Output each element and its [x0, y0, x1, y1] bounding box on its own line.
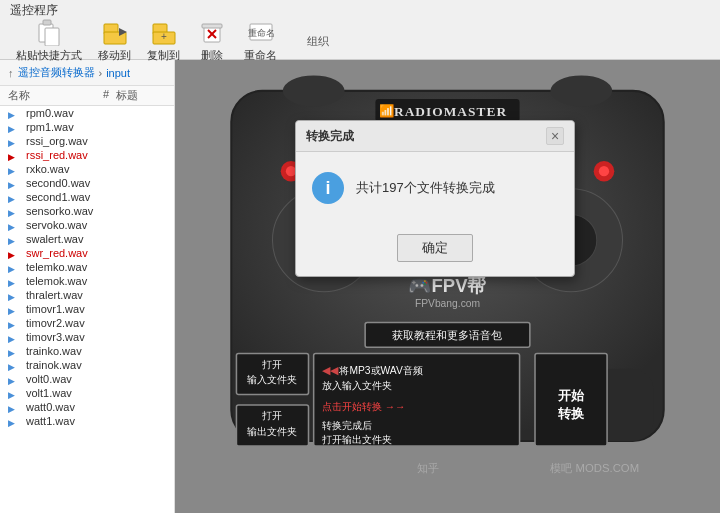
list-item[interactable]: trainko.wav: [0, 344, 174, 358]
list-item[interactable]: rpm0.wav: [0, 106, 174, 120]
file-name: volt0.wav: [26, 373, 72, 385]
list-item[interactable]: watt0.wav: [0, 400, 174, 414]
file-icon: [8, 192, 22, 202]
list-item[interactable]: trainok.wav: [0, 358, 174, 372]
list-item[interactable]: telemok.wav: [0, 274, 174, 288]
file-name: watt1.wav: [26, 415, 75, 427]
list-item[interactable]: servoko.wav: [0, 218, 174, 232]
svg-text:◀◀: ◀◀: [322, 364, 339, 376]
file-name: swalert.wav: [26, 233, 83, 245]
list-item[interactable]: telemko.wav: [0, 260, 174, 274]
svg-text:转换完成后: 转换完成后: [322, 420, 372, 431]
svg-rect-12: [202, 24, 222, 28]
file-list[interactable]: rpm0.wavrpm1.wavrssi_org.wavrssi_red.wav…: [0, 106, 174, 513]
conversion-complete-dialog: 转换完成 × i 共计197个文件转换完成 确定: [295, 120, 575, 277]
file-icon: [8, 164, 22, 174]
svg-text:知乎: 知乎: [417, 462, 439, 474]
radio-panel: 📶 RADIOMASTER ⏻: [175, 60, 720, 513]
file-name: timovr3.wav: [26, 331, 85, 343]
rename-icon: 重命名: [245, 16, 277, 48]
file-icon: [8, 108, 22, 118]
file-name: timovr1.wav: [26, 303, 85, 315]
file-icon: [8, 248, 22, 258]
file-name: telemko.wav: [26, 261, 87, 273]
toolbar-actions: 粘贴快捷方式 移动到 + 复制到: [10, 14, 329, 65]
list-item[interactable]: second1.wav: [0, 190, 174, 204]
dialog-ok-button[interactable]: 确定: [397, 234, 473, 262]
file-icon: [8, 332, 22, 342]
file-icon: [8, 234, 22, 244]
svg-rect-2: [45, 28, 59, 46]
col-title-header: 标题: [116, 88, 166, 103]
file-icon: [8, 136, 22, 146]
file-icon: [8, 290, 22, 300]
file-icon: [8, 388, 22, 398]
list-item[interactable]: swalert.wav: [0, 232, 174, 246]
file-icon: [8, 402, 22, 412]
svg-rect-1: [43, 20, 51, 25]
file-name: timovr2.wav: [26, 317, 85, 329]
svg-text:放入输入文件夹: 放入输入文件夹: [322, 380, 392, 391]
svg-point-16: [283, 75, 345, 106]
file-name: swr_red.wav: [26, 247, 88, 259]
file-name: volt1.wav: [26, 387, 72, 399]
col-hash-header: #: [96, 88, 116, 103]
move-label: 移动到: [98, 48, 131, 63]
breadcrumb-part-1[interactable]: 遥控音频转换器: [18, 65, 95, 80]
list-item[interactable]: rssi_org.wav: [0, 134, 174, 148]
list-item[interactable]: timovr2.wav: [0, 316, 174, 330]
dialog-info-icon: i: [312, 172, 344, 204]
svg-text:将MP3或WAV音频: 将MP3或WAV音频: [338, 365, 422, 376]
list-item[interactable]: timovr3.wav: [0, 330, 174, 344]
file-icon: [8, 304, 22, 314]
toolbar: 遥控程序 粘贴快捷方式 移动到: [0, 0, 720, 60]
main-content: ↑ 遥控音频转换器 › input 名称 # 标题 rpm0.wavrpm1.w…: [0, 60, 720, 513]
svg-text:转换: 转换: [557, 406, 585, 421]
svg-text:📶: 📶: [379, 103, 395, 119]
copy-icon: +: [148, 16, 180, 48]
svg-text:打开输出文件夹: 打开输出文件夹: [321, 434, 392, 445]
dialog-close-button[interactable]: ×: [546, 127, 564, 145]
paste-icon: [33, 16, 65, 48]
svg-text:FPVbang.com: FPVbang.com: [415, 298, 480, 309]
svg-text:模吧 MODS.COM: 模吧 MODS.COM: [550, 462, 639, 474]
breadcrumb-part-2[interactable]: input: [106, 67, 130, 79]
list-item[interactable]: rxko.wav: [0, 162, 174, 176]
file-icon: [8, 220, 22, 230]
list-item[interactable]: rpm1.wav: [0, 120, 174, 134]
paste-mode-button[interactable]: 粘贴快捷方式: [10, 14, 88, 65]
list-item[interactable]: second0.wav: [0, 176, 174, 190]
list-item[interactable]: thralert.wav: [0, 288, 174, 302]
svg-text:点击开始转换 →→: 点击开始转换 →→: [322, 401, 405, 412]
list-item[interactable]: rssi_red.wav: [0, 148, 174, 162]
list-item[interactable]: timovr1.wav: [0, 302, 174, 316]
svg-text:+: +: [161, 31, 167, 42]
file-name: rpm0.wav: [26, 107, 74, 119]
list-item[interactable]: volt0.wav: [0, 372, 174, 386]
list-item[interactable]: sensorko.wav: [0, 204, 174, 218]
file-name: rssi_red.wav: [26, 149, 88, 161]
list-item[interactable]: swr_red.wav: [0, 246, 174, 260]
svg-text:🎮FPV帮: 🎮FPV帮: [408, 274, 486, 297]
dialog-message: 共计197个文件转换完成: [356, 179, 495, 197]
delete-button[interactable]: 删除: [190, 14, 234, 65]
file-icon: [8, 276, 22, 286]
file-icon: [8, 178, 22, 188]
svg-text:打开: 打开: [261, 359, 282, 370]
move-button[interactable]: 移动到: [92, 14, 137, 65]
svg-text:获取教程和更多语音包: 获取教程和更多语音包: [393, 329, 503, 341]
list-item[interactable]: watt1.wav: [0, 414, 174, 428]
rename-button[interactable]: 重命名 重命名: [238, 14, 283, 65]
col-name-header: 名称: [8, 88, 96, 103]
dialog-footer: 确定: [296, 224, 574, 276]
dialog-title: 转换完成: [306, 128, 354, 145]
list-item[interactable]: volt1.wav: [0, 386, 174, 400]
dialog-titlebar: 转换完成 ×: [296, 121, 574, 152]
file-name: second0.wav: [26, 177, 90, 189]
dialog-body: i 共计197个文件转换完成: [296, 152, 574, 224]
paste-label: 粘贴快捷方式: [16, 48, 82, 63]
file-name: sensorko.wav: [26, 205, 93, 217]
copy-button[interactable]: + 复制到: [141, 14, 186, 65]
svg-text:重命名: 重命名: [247, 28, 274, 38]
svg-text:输入文件夹: 输入文件夹: [247, 374, 297, 385]
